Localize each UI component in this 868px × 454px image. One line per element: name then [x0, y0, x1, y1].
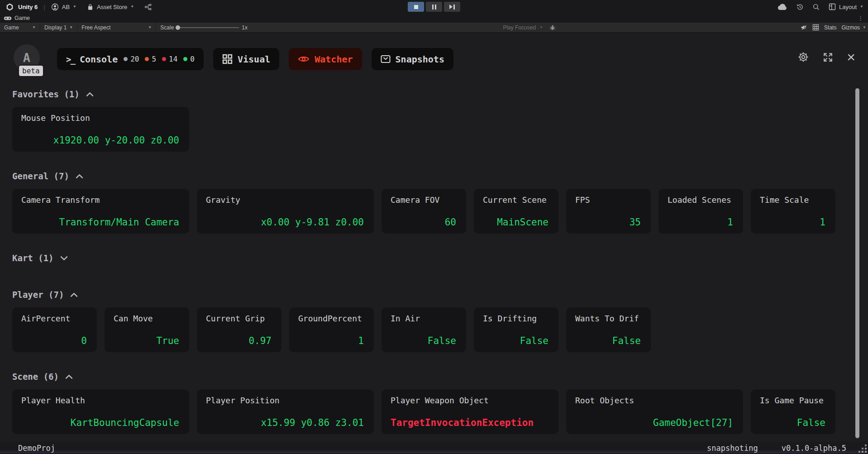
layout-menu[interactable]: Layout ▼ — [829, 3, 863, 10]
slider-thumb-icon[interactable] — [176, 25, 180, 30]
watch-card[interactable]: Current SceneMainScene — [474, 188, 558, 234]
grid-icon[interactable] — [812, 24, 819, 31]
step-button[interactable] — [444, 2, 460, 12]
gamepad-icon — [4, 16, 12, 21]
card-label: In Air — [391, 314, 420, 323]
display-mode-dropdown[interactable]: Game ▼ — [0, 23, 40, 32]
watch-card[interactable]: Is Game PauseFalse — [751, 389, 835, 434]
display-target-dropdown[interactable]: Display 1 ▼ — [40, 23, 77, 32]
version-control-button[interactable] — [144, 3, 152, 11]
separator: | — [43, 4, 45, 10]
scale-control: Scale 1x — [156, 23, 252, 32]
section-title: Kart (1) — [12, 253, 54, 263]
card-value: 60 — [445, 217, 456, 228]
stop-button[interactable] — [408, 2, 424, 12]
tab-game[interactable]: Game — [14, 15, 30, 21]
section-header[interactable]: Kart (1) — [12, 253, 835, 263]
expand-fullscreen-icon[interactable] — [822, 52, 834, 63]
card-value: False — [428, 335, 456, 346]
more-options-icon[interactable]: ⋮ — [858, 15, 864, 22]
watch-section: Player (7)AirPercent0Can MoveTrueCurrent… — [12, 289, 835, 352]
tab-console[interactable]: >_Console205140 — [57, 48, 204, 70]
stats-toggle[interactable]: Stats — [824, 24, 836, 31]
account-menu[interactable]: AB ▼ — [51, 3, 76, 11]
tab-visual[interactable]: Visual — [213, 48, 279, 70]
section-header[interactable]: Scene (6) — [12, 371, 835, 382]
watch-card[interactable]: Current Grip0.97 — [197, 307, 281, 352]
watch-card[interactable]: Player HealthKartBouncingCapsule — [12, 389, 189, 434]
watch-card[interactable]: Root ObjectsGameObject[27] — [566, 389, 743, 434]
watch-card[interactable]: Camera FOV60 — [382, 188, 466, 234]
section-header[interactable]: Player (7) — [12, 289, 835, 300]
shopping-bag-icon — [87, 3, 94, 11]
watch-card[interactable]: Mouse Positionx1920.00 y-20.00 z0.00 — [12, 106, 189, 152]
section-header[interactable]: Favorites (1) — [12, 89, 835, 100]
mute-audio-icon[interactable] — [801, 24, 807, 31]
watch-card[interactable]: Wants To DrifFalse — [566, 307, 651, 352]
section-header[interactable]: General (7) — [12, 171, 835, 182]
tab-snapshots[interactable]: Snapshots — [372, 48, 453, 70]
card-value: 1 — [358, 335, 364, 346]
account-label: AB — [62, 4, 70, 10]
card-value: Transform/Main Camera — [59, 217, 179, 228]
card-label: AirPercent — [21, 314, 70, 323]
card-value: True — [156, 335, 179, 346]
resize-grip[interactable] — [865, 451, 867, 453]
history-button[interactable] — [796, 3, 804, 11]
card-label: Can Move — [114, 314, 153, 323]
watch-card[interactable]: Can MoveTrue — [105, 307, 189, 352]
section-title: Player (7) — [12, 290, 64, 300]
watch-card[interactable]: Time Scale1 — [751, 188, 835, 234]
card-label: GroundPercent — [298, 314, 362, 323]
aspect-ratio-dropdown[interactable]: Free Aspect ▼ — [77, 23, 156, 32]
mode-label: snapshoting — [707, 444, 758, 453]
watch-card[interactable]: Gravityx0.00 y-9.81 z0.00 — [197, 188, 374, 234]
dropdown-caret-icon: ▼ — [863, 26, 866, 29]
settings-gear-icon[interactable] — [797, 51, 809, 63]
card-value: 1 — [727, 217, 733, 228]
scale-value: 1x — [242, 24, 248, 31]
scrollbar-thumb[interactable] — [855, 88, 859, 438]
card-label: Root Objects — [575, 396, 634, 405]
card-label: Is Game Pause — [760, 396, 824, 405]
card-label: Is Drifting — [483, 314, 537, 323]
gizmos-dropdown[interactable]: Gizmos ▼ — [841, 24, 866, 31]
play-focused-dropdown[interactable]: Play Focused ▼ — [503, 23, 556, 32]
search-button[interactable] — [812, 3, 820, 11]
tab-watcher[interactable]: Watcher — [289, 48, 362, 70]
watch-card[interactable]: In AirFalse — [382, 307, 466, 352]
card-value: False — [520, 335, 548, 346]
pause-button[interactable] — [426, 2, 442, 12]
bug-icon[interactable] — [549, 24, 556, 31]
beta-badge: beta — [19, 66, 43, 76]
project-name: DemoProj — [18, 444, 55, 453]
watch-card[interactable]: FPS35 — [566, 188, 651, 234]
watch-card[interactable]: AirPercent0 — [12, 307, 97, 352]
dropdown-caret-icon: ▼ — [130, 5, 134, 9]
watch-card[interactable]: Is DriftingFalse — [474, 307, 558, 352]
scale-slider[interactable] — [176, 27, 239, 28]
step-icon — [449, 5, 455, 10]
watch-card[interactable]: GroundPercent1 — [289, 307, 374, 352]
watch-card[interactable]: Player Positionx15.99 y0.86 z3.01 — [197, 389, 374, 434]
scale-label: Scale — [160, 24, 174, 31]
card-value: x15.99 y0.86 z3.01 — [261, 417, 364, 428]
watch-card[interactable]: Loaded Scenes1 — [658, 188, 743, 234]
chevron-up-icon — [66, 375, 72, 379]
card-value: MainScene — [497, 217, 548, 228]
tab-label: Visual — [238, 54, 270, 65]
asset-store-menu[interactable]: Asset Store ▼ — [87, 3, 134, 11]
watch-card[interactable]: Player Weapon ObjectTargetInvocationExce… — [382, 389, 558, 434]
close-icon[interactable]: × — [847, 51, 855, 63]
chevron-up-icon — [71, 293, 77, 297]
dropdown-caret-icon: ▼ — [860, 5, 863, 9]
asset-store-label: Asset Store — [97, 4, 127, 10]
dropdown-caret-icon: ▼ — [32, 26, 36, 29]
game-view: A beta >_Console205140VisualWatcherSnaps… — [0, 33, 868, 442]
watch-section: Favorites (1)Mouse Positionx1920.00 y-20… — [12, 89, 835, 152]
card-value: TargetInvocationException — [391, 417, 534, 428]
watch-card[interactable]: Camera TransformTransform/Main Camera — [12, 188, 189, 234]
card-value: 1 — [820, 217, 825, 228]
cloud-button[interactable] — [777, 4, 787, 10]
card-label: Player Weapon Object — [391, 396, 489, 405]
